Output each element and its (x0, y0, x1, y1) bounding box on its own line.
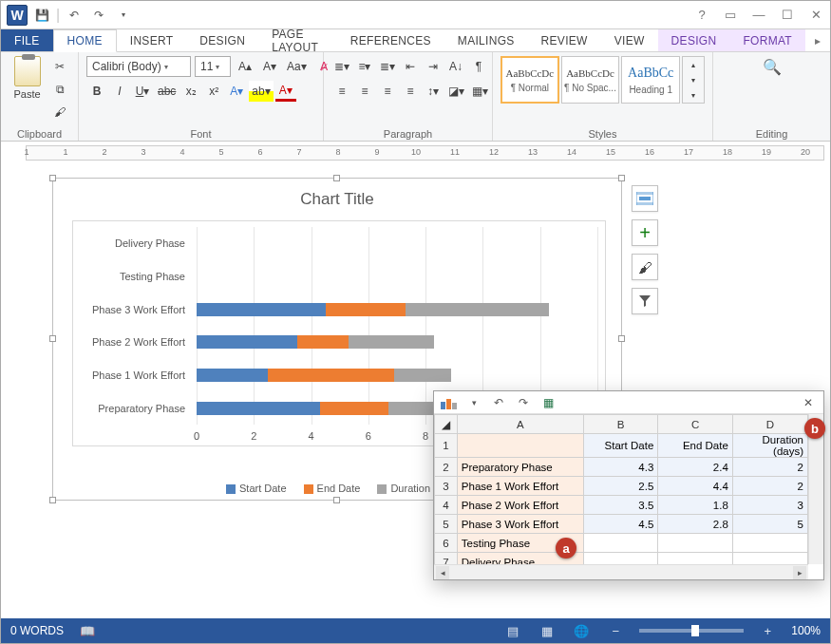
paste-button[interactable]: Paste (9, 56, 46, 100)
tab-review[interactable]: REVIEW (528, 29, 601, 51)
zoom-slider[interactable] (639, 629, 744, 633)
zoom-out-button[interactable]: − (605, 622, 626, 639)
layout-options-button[interactable] (632, 185, 658, 212)
grow-font-button[interactable]: A▴ (235, 56, 255, 77)
chart-filters-button[interactable] (632, 288, 658, 314)
copy-button[interactable]: ⧉ (49, 79, 70, 100)
tab-chart-format[interactable]: FORMAT (729, 29, 805, 51)
superscript-button[interactable]: x² (203, 81, 224, 102)
resize-handle[interactable] (49, 497, 56, 503)
group-clipboard: Paste ✂ ⧉ 🖌 Clipboard (1, 52, 79, 141)
minimize-button[interactable]: — (745, 4, 773, 27)
find-button[interactable]: 🔍 (760, 56, 784, 77)
tab-insert[interactable]: INSERT (117, 29, 187, 51)
italic-button[interactable]: I (109, 81, 130, 102)
style-normal[interactable]: AaBbCcDc¶ Normal (500, 56, 559, 104)
horizontal-scrollbar[interactable]: ◂ ▸ (434, 564, 808, 579)
shading-button[interactable]: ◪▾ (445, 81, 467, 102)
read-mode-button[interactable]: ▤ (502, 622, 523, 639)
resize-handle[interactable] (49, 335, 56, 342)
chart-title[interactable]: Chart Title (53, 179, 621, 215)
show-marks-button[interactable]: ¶ (468, 56, 489, 77)
qat-customize-dropdown[interactable]: ▾ (113, 5, 134, 26)
resize-handle[interactable] (618, 175, 625, 181)
tab-references[interactable]: REFERENCES (337, 29, 444, 51)
strikethrough-button[interactable]: abc (155, 81, 179, 102)
styles-scroll-up[interactable]: ▴ (683, 57, 704, 72)
resize-handle[interactable] (333, 497, 340, 503)
undo-button[interactable]: ↶ (64, 5, 85, 26)
datasheet-redo[interactable]: ↷ (514, 393, 533, 412)
line-spacing-button[interactable]: ↕▾ (423, 81, 444, 102)
ribbon-tabs: FILE HOME INSERT DESIGN PAGE LAYOUT REFE… (1, 29, 830, 52)
cut-button[interactable]: ✂ (49, 56, 70, 77)
group-label: Styles (500, 126, 705, 140)
edit-in-excel-button[interactable]: ▦ (538, 393, 557, 412)
save-button[interactable]: 💾 (31, 5, 52, 26)
scroll-left-button[interactable]: ◂ (436, 566, 449, 579)
increase-indent-button[interactable]: ⇥ (423, 56, 444, 77)
align-center-button[interactable]: ≡ (354, 81, 375, 102)
font-size-combo[interactable]: 11▾ (195, 56, 231, 77)
close-button[interactable]: ✕ (802, 4, 830, 27)
zoom-level[interactable]: 100% (791, 624, 821, 637)
styles-scroll-down[interactable]: ▾ (683, 72, 704, 87)
print-layout-button[interactable]: ▦ (537, 622, 557, 639)
font-color-button[interactable]: A▾ (275, 81, 296, 102)
underline-button[interactable]: U▾ (132, 81, 153, 102)
spellcheck-icon[interactable]: 📖 (77, 622, 98, 639)
text-effects-button[interactable]: A▾ (226, 81, 247, 102)
tab-file[interactable]: FILE (1, 29, 53, 51)
tab-home[interactable]: HOME (53, 29, 117, 52)
datasheet-undo[interactable]: ↶ (489, 393, 508, 412)
numbering-button[interactable]: ≡▾ (354, 56, 375, 77)
chart-side-buttons: + 🖌 (632, 185, 660, 314)
font-family-combo[interactable]: Calibri (Body)▾ (86, 56, 191, 77)
tab-page-layout[interactable]: PAGE LAYOUT (258, 29, 337, 51)
tab-view[interactable]: VIEW (601, 29, 658, 51)
maximize-button[interactable]: ☐ (773, 4, 802, 27)
chart-elements-button[interactable]: + (632, 219, 658, 246)
zoom-in-button[interactable]: + (757, 622, 778, 639)
format-painter-button[interactable]: 🖌 (49, 102, 70, 123)
align-right-button[interactable]: ≡ (377, 81, 398, 102)
chart-datasheet-window[interactable]: ▾ ↶ ↷ ▦ ✕ ◢ABCD1Start DateEnd DateDurati… (433, 390, 824, 580)
sort-button[interactable]: A↓ (445, 56, 466, 77)
resize-handle[interactable] (618, 335, 625, 342)
redo-button[interactable]: ↷ (88, 5, 109, 26)
style-heading-1[interactable]: AaBbCcHeading 1 (621, 56, 680, 104)
chart-styles-button[interactable]: 🖌 (632, 254, 658, 280)
paste-label: Paste (13, 88, 40, 100)
datasheet-close-button[interactable]: ✕ (799, 393, 818, 412)
tab-mailings[interactable]: MAILINGS (444, 29, 528, 51)
borders-button[interactable]: ▦▾ (469, 81, 491, 102)
ribbon-scroll-button[interactable]: ▸ (805, 29, 830, 51)
chart-type-icon[interactable] (440, 393, 459, 412)
scroll-right-button[interactable]: ▸ (793, 566, 806, 579)
callout-b: b (804, 418, 825, 439)
web-layout-button[interactable]: 🌐 (571, 622, 592, 639)
word-count[interactable]: 0 WORDS (10, 624, 64, 637)
highlight-button[interactable]: ab▾ (249, 81, 273, 102)
decrease-indent-button[interactable]: ⇤ (400, 56, 421, 77)
datasheet-dropdown[interactable]: ▾ (464, 393, 483, 412)
subscript-button[interactable]: x₂ (180, 81, 201, 102)
group-editing: 🔍 Editing (713, 52, 830, 141)
shrink-font-button[interactable]: A▾ (259, 56, 280, 77)
bold-button[interactable]: B (86, 81, 107, 102)
datasheet-grid[interactable]: ◢ABCD1Start DateEnd DateDuration (days)2… (434, 414, 808, 564)
resize-handle[interactable] (333, 175, 340, 181)
style-no-spacing[interactable]: AaBbCcDc¶ No Spac... (561, 56, 620, 104)
multilevel-list-button[interactable]: ≣▾ (377, 56, 398, 77)
resize-handle[interactable] (49, 175, 56, 181)
justify-button[interactable]: ≡ (400, 81, 421, 102)
change-case-button[interactable]: Aa▾ (284, 56, 310, 77)
align-left-button[interactable]: ≡ (331, 81, 352, 102)
tab-design[interactable]: DESIGN (186, 29, 258, 51)
bullets-button[interactable]: ≣▾ (331, 56, 352, 77)
help-button[interactable]: ? (688, 4, 716, 27)
ribbon-display-options-button[interactable]: ▭ (716, 4, 745, 27)
tab-chart-design[interactable]: DESIGN (658, 29, 730, 51)
styles-gallery-expand[interactable]: ▾ (683, 87, 704, 103)
horizontal-ruler[interactable]: 11234567891011121314151617181920 (1, 142, 830, 162)
